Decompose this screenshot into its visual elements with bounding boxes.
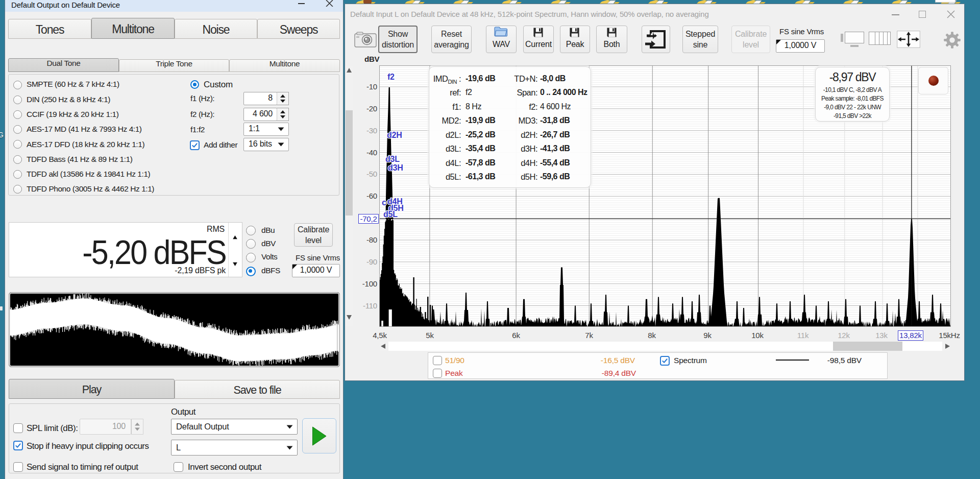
svg-text:d3H: d3H <box>388 163 403 172</box>
svg-text:c: c <box>382 198 386 207</box>
svg-text:f2: f2 <box>387 73 395 81</box>
svg-text:d2H: d2H <box>387 131 402 139</box>
svg-text:d5L: d5L <box>383 210 398 219</box>
svg-text:d3L: d3L <box>385 155 400 163</box>
